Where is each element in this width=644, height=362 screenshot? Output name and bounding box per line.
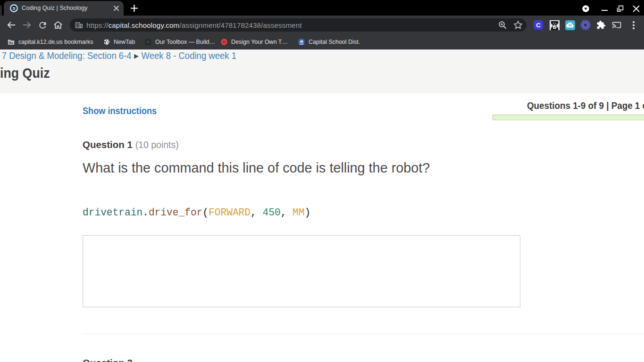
svg-text:C: C (536, 22, 541, 29)
svg-text:S: S (12, 6, 16, 11)
